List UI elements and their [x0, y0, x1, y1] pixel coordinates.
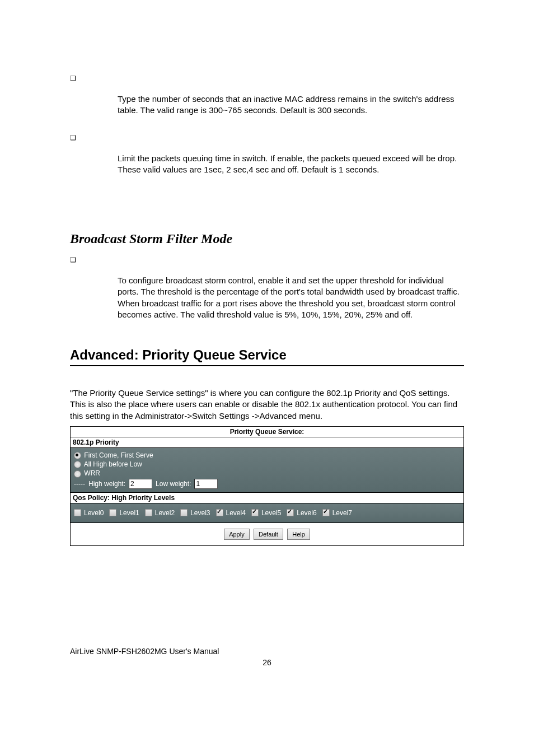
- level-7-checkbox[interactable]: [322, 509, 330, 516]
- panel-footer: Apply Default Help: [71, 523, 463, 545]
- bullet-icon: ❑: [70, 134, 76, 142]
- mac-body: Type the number of seconds that an inact…: [118, 94, 464, 116]
- level-6-checkbox[interactable]: [287, 509, 294, 516]
- maxbridge-body: Limit the packets queuing time in switch…: [118, 153, 464, 176]
- level-7[interactable]: Level7: [322, 509, 352, 517]
- footer-text: AirLive SNMP-FSH2602MG User's Manual: [70, 647, 464, 656]
- priority-queue-panel: Priority Queue Service: 802.1p Priority …: [70, 426, 464, 546]
- weights-prefix: -----: [74, 480, 85, 488]
- advanced-intro: "The Priority Queue Service settings" is…: [70, 388, 464, 422]
- level-2-label: Level2: [155, 509, 175, 517]
- bullet-icon: ❑: [70, 74, 76, 82]
- radio-wrr-label: WRR: [84, 469, 100, 477]
- level-2-checkbox[interactable]: [145, 509, 152, 516]
- panel-title: Priority Queue Service:: [71, 427, 463, 437]
- broadcast-body: To configure broadcast storm control, en…: [118, 275, 464, 320]
- qos-levels-row: Level0Level1Level2Level3Level4Level5Leve…: [71, 503, 463, 523]
- level-1-checkbox[interactable]: [109, 509, 116, 516]
- level-0[interactable]: Level0: [74, 509, 104, 517]
- help-button[interactable]: Help: [287, 529, 310, 540]
- radio-fcfs[interactable]: [74, 452, 81, 459]
- page-number: 26: [70, 658, 464, 667]
- high-weight-label: High weight:: [88, 480, 125, 488]
- level-0-label: Level0: [84, 509, 104, 517]
- level-4-checkbox[interactable]: [216, 509, 223, 516]
- low-weight-input[interactable]: [194, 479, 218, 489]
- panel-sub-qos: Qos Policy: High Priority Levels: [71, 493, 463, 503]
- level-0-checkbox[interactable]: [74, 509, 81, 516]
- panel-sub-8021p: 802.1p Priority: [71, 437, 463, 448]
- level-3[interactable]: Level3: [180, 509, 210, 517]
- level-4-label: Level4: [226, 509, 246, 517]
- high-weight-input[interactable]: [129, 479, 152, 489]
- bullet-icon: ❑: [70, 256, 76, 264]
- low-weight-label: Low weight:: [156, 480, 191, 488]
- advanced-heading: Advanced: Priority Queue Service: [70, 347, 464, 366]
- default-button[interactable]: Default: [254, 529, 283, 540]
- level-1[interactable]: Level1: [109, 509, 139, 517]
- level-6-label: Level6: [297, 509, 316, 517]
- radio-wrr[interactable]: [74, 470, 81, 478]
- broadcast-storm-heading: Broadcast Storm Filter Mode: [70, 231, 464, 246]
- level-5-checkbox[interactable]: [251, 509, 259, 516]
- level-3-checkbox[interactable]: [180, 509, 188, 516]
- level-4[interactable]: Level4: [216, 509, 246, 517]
- level-1-label: Level1: [119, 509, 139, 517]
- level-6[interactable]: Level6: [287, 509, 316, 517]
- level-5[interactable]: Level5: [251, 509, 281, 517]
- panel-body-priority: First Come, First Serve All High before …: [71, 448, 463, 493]
- level-2[interactable]: Level2: [145, 509, 175, 517]
- apply-button[interactable]: Apply: [224, 529, 250, 540]
- level-7-label: Level7: [332, 509, 352, 517]
- radio-fcfs-label: First Come, First Serve: [84, 451, 153, 459]
- radio-ahbl[interactable]: [74, 461, 81, 468]
- radio-ahbl-label: All High before Low: [84, 460, 142, 468]
- level-3-label: Level3: [190, 509, 210, 517]
- level-5-label: Level5: [261, 509, 281, 517]
